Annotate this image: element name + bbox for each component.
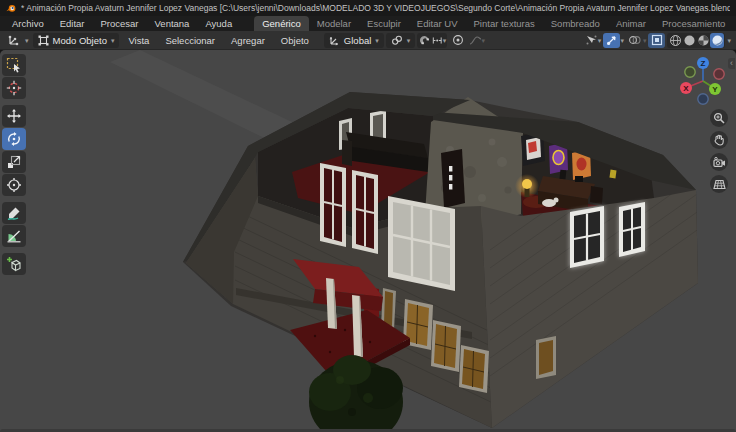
tab-procesamiento[interactable]: Procesamiento bbox=[654, 16, 733, 31]
tool-cursor[interactable] bbox=[2, 77, 26, 99]
falloff-dropdown[interactable]: ▾ bbox=[468, 33, 485, 48]
gizmo-axis-y[interactable]: Y bbox=[709, 83, 721, 95]
projection-toggle-button[interactable] bbox=[710, 175, 728, 193]
pan-button[interactable] bbox=[710, 131, 728, 149]
shading-material-button[interactable] bbox=[696, 33, 710, 48]
measure-icon bbox=[6, 228, 22, 244]
pivot-point-dropdown[interactable]: ▾ bbox=[386, 33, 416, 48]
camera-view-button[interactable] bbox=[710, 153, 728, 171]
menu-ventana[interactable]: Ventana bbox=[147, 17, 198, 30]
shading-mode-group bbox=[667, 33, 725, 48]
menu-objeto[interactable]: Objeto bbox=[274, 35, 316, 46]
pivot-point-icon bbox=[391, 35, 403, 46]
shading-rendered-icon bbox=[711, 34, 724, 47]
lamp bbox=[515, 174, 539, 198]
chevron-down-icon: ▾ bbox=[111, 37, 115, 44]
shading-wireframe-button[interactable] bbox=[668, 33, 682, 48]
shading-wireframe-icon bbox=[669, 34, 682, 47]
gizmo-axis-x[interactable]: X bbox=[680, 82, 692, 94]
window-title: * Animación Propia Avaturn Jennifer Lope… bbox=[21, 3, 730, 13]
viewport-header: ▾ Modo Objeto ▾ Vista Seleccionar Agrega… bbox=[0, 31, 736, 50]
shading-dropdown[interactable]: ▾ bbox=[727, 37, 731, 44]
snap-group: ▾ bbox=[417, 33, 447, 48]
shading-material-icon bbox=[697, 34, 710, 47]
tool-shelf bbox=[2, 54, 26, 275]
chevron-down-icon: ▾ bbox=[375, 37, 379, 44]
mode-dropdown[interactable]: Modo Objeto ▾ bbox=[33, 33, 120, 48]
orientation-label: Global bbox=[344, 35, 371, 46]
menu-archivo[interactable]: Archivo bbox=[4, 17, 52, 30]
tool-measure[interactable] bbox=[2, 225, 26, 247]
tool-transform[interactable] bbox=[2, 174, 26, 196]
blender-window: * Animación Propia Avaturn Jennifer Lope… bbox=[0, 0, 736, 432]
snap-magnet-icon bbox=[419, 34, 431, 46]
snap-toggle[interactable] bbox=[418, 33, 432, 48]
house-model[interactable] bbox=[183, 92, 700, 428]
tool-annotate[interactable] bbox=[2, 202, 26, 224]
menu-editar[interactable]: Editar bbox=[52, 17, 93, 30]
tab-esculpir[interactable]: Esculpir bbox=[359, 16, 409, 31]
svg-text:Z: Z bbox=[701, 59, 706, 68]
tool-select-box[interactable] bbox=[2, 54, 26, 76]
tab-animar[interactable]: Animar bbox=[608, 16, 654, 31]
tab-editar-uv[interactable]: Editar UV bbox=[409, 16, 466, 31]
transform-orientation-dropdown[interactable]: Global ▾ bbox=[324, 33, 384, 48]
xray-icon bbox=[651, 34, 663, 46]
chevron-down-icon: ▾ bbox=[407, 37, 411, 44]
gizmos-toggle[interactable] bbox=[603, 33, 620, 48]
tab-sombreado[interactable]: Sombreado bbox=[543, 16, 608, 31]
snap-target-dropdown[interactable]: ▾ bbox=[432, 33, 446, 48]
gizmo-axis-neg-x[interactable] bbox=[714, 69, 724, 79]
editor-type-icon bbox=[7, 34, 21, 46]
chevron-down-icon: ▾ bbox=[25, 37, 29, 44]
object-mode-icon bbox=[38, 35, 49, 46]
cursor-3d-icon bbox=[6, 80, 22, 96]
menu-agregar[interactable]: Agregar bbox=[224, 35, 272, 46]
mode-label: Modo Objeto bbox=[53, 35, 107, 46]
show-gizmo-dropdown[interactable]: ▾ bbox=[584, 33, 601, 48]
menu-procesar[interactable]: Procesar bbox=[93, 17, 147, 30]
tab-generico[interactable]: Genérico bbox=[254, 16, 309, 31]
proportional-editing-toggle[interactable] bbox=[449, 33, 466, 48]
move-icon bbox=[6, 108, 22, 124]
tab-modelar[interactable]: Modelar bbox=[309, 16, 359, 31]
xray-toggle[interactable] bbox=[648, 33, 665, 48]
editor-type-button[interactable]: ▾ bbox=[5, 33, 31, 48]
zoom-button[interactable] bbox=[710, 109, 728, 127]
scene-canvas[interactable] bbox=[0, 50, 736, 432]
tool-move[interactable] bbox=[2, 105, 26, 127]
chevron-down-icon: ▾ bbox=[482, 37, 486, 44]
title-bar: * Animación Propia Avaturn Jennifer Lope… bbox=[0, 0, 736, 16]
sidebar-toggle[interactable]: ‹ bbox=[728, 58, 735, 69]
gizmo-axis-neg-z[interactable] bbox=[698, 94, 708, 104]
menu-seleccionar[interactable]: Seleccionar bbox=[158, 35, 222, 46]
gizmo-axis-neg-y[interactable] bbox=[685, 67, 695, 77]
shading-rendered-button[interactable] bbox=[710, 33, 724, 48]
overlays-icon bbox=[628, 34, 641, 46]
tool-rotate[interactable] bbox=[2, 128, 26, 150]
menu-ayuda[interactable]: Ayuda bbox=[197, 17, 240, 30]
window-big-lit bbox=[388, 196, 455, 291]
tab-pintar-texturas[interactable]: Pintar texturas bbox=[466, 16, 543, 31]
menu-bar: Archivo Editar Procesar Ventana Ayuda Ge… bbox=[0, 16, 736, 31]
add-cube-icon bbox=[6, 256, 22, 272]
chevron-down-icon[interactable]: ▾ bbox=[643, 37, 647, 44]
tool-scale[interactable] bbox=[2, 151, 26, 173]
workspace-tabs: Genérico Modelar Esculpir Editar UV Pint… bbox=[254, 16, 736, 31]
transform-orientation-icon bbox=[329, 35, 340, 46]
chevron-down-icon[interactable]: ▾ bbox=[620, 37, 624, 44]
svg-text:Y: Y bbox=[712, 85, 718, 94]
gizmos-icon bbox=[606, 34, 618, 46]
navigation-gizmo[interactable]: Z X Y bbox=[677, 55, 729, 107]
gizmo-axis-z[interactable]: Z bbox=[697, 57, 709, 69]
viewport-3d[interactable]: Z X Y bbox=[0, 50, 736, 432]
overlays-toggle[interactable] bbox=[626, 33, 643, 48]
menu-vista[interactable]: Vista bbox=[121, 35, 156, 46]
shading-solid-button[interactable] bbox=[682, 33, 696, 48]
zoom-icon bbox=[713, 112, 725, 124]
blender-logo-icon bbox=[6, 3, 16, 14]
view-controls bbox=[710, 109, 728, 193]
rotate-icon bbox=[6, 131, 22, 147]
annotate-pen-icon bbox=[6, 205, 22, 221]
tool-add-cube[interactable] bbox=[2, 253, 26, 275]
